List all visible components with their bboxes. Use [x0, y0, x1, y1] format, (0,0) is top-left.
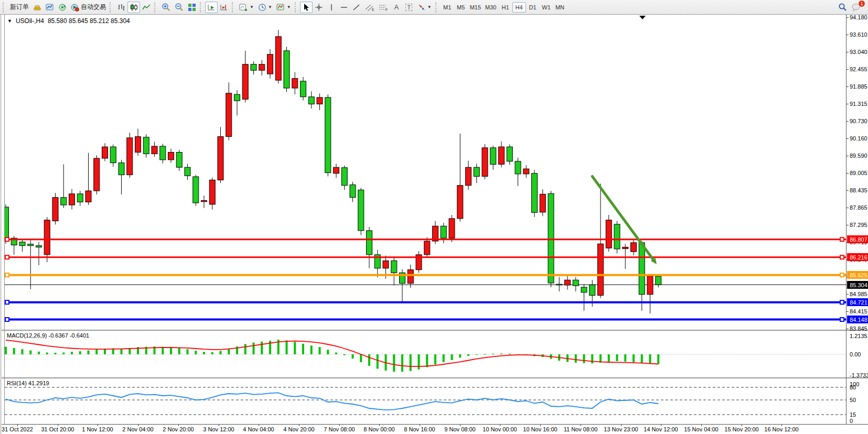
candle-body[interactable] — [102, 147, 108, 158]
timeframe-button-m1[interactable]: M1 — [441, 2, 454, 13]
tile-windows-button[interactable] — [186, 2, 198, 13]
candle-body[interactable] — [334, 167, 339, 173]
candle-body[interactable] — [242, 64, 248, 100]
candle-body[interactable] — [119, 163, 124, 175]
line-handle[interactable] — [5, 318, 9, 321]
macd-panel[interactable] — [5, 331, 846, 377]
candle-body[interactable] — [292, 79, 298, 88]
line-handle[interactable] — [840, 318, 844, 321]
candle-body[interactable] — [523, 169, 529, 174]
equidistant-channel-button[interactable]: E — [363, 2, 377, 13]
candle-body[interactable] — [69, 194, 75, 205]
timeframe-button-m15[interactable]: M15 — [468, 2, 483, 13]
candle-body[interactable] — [598, 244, 604, 295]
candle-body[interactable] — [61, 198, 67, 205]
panel-divider[interactable] — [2, 330, 868, 331]
zoom-out-button[interactable] — [173, 2, 186, 13]
candle-body[interactable] — [19, 242, 25, 246]
timeframe-button-w1[interactable]: W1 — [540, 2, 553, 13]
chart-title[interactable]: ▼ USOil-,H4 85.580 85.645 85.212 85.304 — [7, 17, 130, 25]
candle-body[interactable] — [301, 81, 306, 97]
candle-body[interactable] — [565, 280, 571, 285]
candle-body[interactable] — [606, 220, 612, 248]
timeframe-button-m30[interactable]: M30 — [483, 2, 498, 13]
periods-button[interactable]: ▼ — [256, 2, 274, 13]
candle-body[interactable] — [94, 158, 100, 191]
candle-body[interactable] — [449, 219, 455, 238]
candle-body[interactable] — [168, 152, 174, 159]
candle-body[interactable] — [573, 280, 578, 286]
candle-body[interactable] — [490, 148, 496, 165]
timeframe-button-h4[interactable]: H4 — [512, 2, 526, 13]
zoom-in-button[interactable] — [159, 2, 173, 13]
candle-body[interactable] — [474, 167, 479, 176]
candle-body[interactable] — [350, 185, 356, 198]
price-chart[interactable] — [5, 15, 846, 330]
panel-divider[interactable] — [2, 377, 868, 378]
candle-body[interactable] — [85, 191, 91, 202]
candle-body[interactable] — [135, 137, 141, 153]
bar-chart-type-button[interactable] — [115, 2, 127, 13]
text-tool-button[interactable]: A — [390, 2, 403, 13]
candle-body[interactable] — [5, 207, 9, 241]
candle-body[interactable] — [341, 168, 347, 186]
candle-body[interactable] — [358, 190, 364, 231]
candle-body[interactable] — [656, 276, 661, 285]
candle-body[interactable] — [499, 147, 505, 164]
candle-body[interactable] — [110, 147, 116, 162]
timeframe-button-mn[interactable]: MN — [553, 2, 567, 13]
line-handle[interactable] — [5, 300, 9, 304]
candle-body[interactable] — [383, 261, 389, 268]
candle-body[interactable] — [482, 148, 488, 177]
candle-body[interactable] — [581, 287, 587, 292]
candle-body[interactable] — [251, 64, 256, 70]
candle-body[interactable] — [52, 198, 58, 221]
timeframe-button-m5[interactable]: M5 — [454, 2, 468, 13]
candle-body[interactable] — [226, 93, 232, 137]
timeframe-button-d1[interactable]: D1 — [526, 2, 540, 13]
auto-trading-button[interactable]: 自动交易 — [69, 2, 108, 13]
candle-body[interactable] — [28, 244, 34, 246]
line-handle[interactable] — [840, 300, 844, 304]
candle-body[interactable] — [176, 152, 182, 167]
candle-body[interactable] — [532, 173, 538, 213]
candle-body[interactable] — [127, 138, 133, 175]
market-depth-button[interactable] — [31, 2, 44, 13]
candle-body[interactable] — [44, 220, 50, 255]
candle-body[interactable] — [36, 246, 42, 247]
candle-body[interactable] — [267, 55, 273, 74]
search-button[interactable] — [836, 2, 849, 13]
candle-body[interactable] — [391, 261, 397, 273]
candle-body[interactable] — [259, 64, 265, 70]
candle-body[interactable] — [631, 243, 637, 252]
candlestick-chart-type-button[interactable] — [127, 2, 140, 13]
candle-body[interactable] — [77, 194, 83, 202]
templates-button[interactable]: ▼ — [274, 2, 293, 13]
candle-body[interactable] — [201, 200, 207, 201]
candle-body[interactable] — [623, 247, 628, 249]
notifications-button[interactable]: 1 — [849, 2, 863, 13]
arrows-tool-button[interactable]: ▼ — [415, 2, 434, 13]
vertical-line-button[interactable] — [325, 2, 338, 13]
trendline-button[interactable] — [350, 2, 363, 13]
candle-body[interactable] — [185, 167, 190, 176]
line-handle[interactable] — [840, 255, 844, 259]
auto-scroll-button[interactable] — [205, 2, 218, 13]
candle-body[interactable] — [218, 137, 223, 180]
horizontal-line-button[interactable] — [338, 2, 350, 13]
line-handle[interactable] — [840, 237, 844, 241]
line-handle[interactable] — [840, 273, 844, 277]
candle-body[interactable] — [209, 180, 215, 204]
cursor-button[interactable] — [300, 2, 313, 13]
candle-body[interactable] — [284, 51, 290, 88]
candle-body[interactable] — [152, 146, 157, 154]
candle-body[interactable] — [325, 97, 331, 173]
candle-body[interactable] — [234, 94, 240, 101]
candle-body[interactable] — [466, 167, 471, 185]
chevron-down-icon[interactable]: ▼ — [7, 18, 12, 24]
candle-body[interactable] — [507, 147, 512, 161]
line-handle[interactable] — [5, 273, 9, 277]
candle-body[interactable] — [548, 193, 554, 283]
candle-body[interactable] — [367, 231, 372, 255]
candle-body[interactable] — [308, 97, 314, 104]
